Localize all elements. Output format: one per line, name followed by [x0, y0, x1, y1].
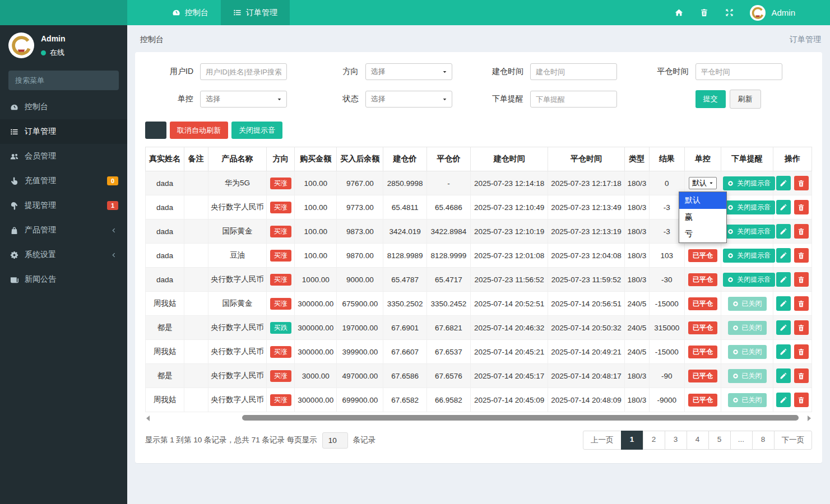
edit-button[interactable] [776, 393, 791, 407]
edit-button[interactable] [776, 272, 791, 287]
scrollbar-thumb[interactable] [242, 415, 799, 421]
navbar-tab[interactable]: 控制台 [160, 0, 221, 25]
edit-button[interactable] [776, 296, 791, 311]
home-button[interactable] [666, 8, 692, 17]
user-avatar[interactable] [750, 5, 766, 21]
filter-grid: 用户ID方向选择建仓时间平仓时间单控选择状态选择下单提醒提交刷新 [145, 62, 812, 110]
dropdown-option[interactable]: 默认 [679, 192, 726, 209]
page-4[interactable]: 4 [687, 431, 709, 450]
delete-button[interactable] [794, 393, 809, 407]
cell-real-name: dada [146, 244, 184, 268]
reminder-button[interactable]: 已关闭 [728, 369, 767, 383]
reminder-button[interactable]: 已关闭 [728, 345, 767, 359]
page-ellipsis[interactable]: ... [730, 431, 753, 450]
reminder-button[interactable]: 已关闭 [728, 297, 767, 311]
cell-reminder: 已关闭 [721, 388, 773, 412]
sidebar-username: Admin [41, 34, 66, 43]
filter-input[interactable] [530, 63, 617, 80]
trash-button[interactable] [692, 8, 717, 17]
refresh-button[interactable] [145, 122, 166, 139]
delete-button[interactable] [794, 344, 809, 359]
table-header-row: 真实姓名备注产品名称方向购买金额买入后余额建仓价平仓价建仓时间平仓时间类型结果单… [146, 147, 812, 171]
record-info-suffix: 条记录 [353, 435, 376, 445]
delete-button[interactable] [794, 224, 809, 239]
dropdown-option[interactable]: 赢 [679, 209, 726, 226]
closed-badge: 已平仓 [688, 273, 717, 286]
filter-refresh-button[interactable]: 刷新 [730, 90, 761, 109]
sidebar-item-控制台[interactable]: 控制台 [0, 95, 127, 119]
edit-button[interactable] [776, 176, 791, 190]
page-5[interactable]: 5 [708, 431, 731, 450]
scroll-right-arrow[interactable] [808, 416, 811, 421]
edit-button[interactable] [776, 368, 791, 383]
reminder-button[interactable]: 关闭提示音 [723, 200, 775, 214]
reminder-button[interactable]: 关闭提示音 [723, 249, 775, 263]
control-select[interactable]: 默认 [689, 177, 717, 189]
reminder-button[interactable]: 已关闭 [728, 393, 767, 407]
table-row: 都是央行数字人民币买跌300000.00197000.0067.690167.6… [146, 316, 812, 340]
delete-button[interactable] [794, 176, 809, 190]
page-3[interactable]: 3 [665, 431, 687, 450]
filter-select[interactable]: 选择 [200, 91, 287, 108]
delete-button[interactable] [794, 272, 809, 287]
edit-button[interactable] [776, 320, 791, 335]
scroll-left-arrow[interactable] [146, 416, 150, 421]
edit-button[interactable] [776, 248, 791, 263]
sidebar-item-会员管理[interactable]: 会员管理 [0, 144, 127, 169]
edit-button[interactable] [776, 224, 791, 239]
cell-type: 180/3 [624, 244, 649, 268]
cancel-auto-refresh-button[interactable]: 取消自动刷新 [170, 122, 228, 139]
chevron-left-icon [108, 252, 118, 258]
delete-button[interactable] [794, 248, 809, 263]
sidebar-item-系统设置[interactable]: 系统设置 [0, 242, 127, 267]
cell-type: 180/3 [624, 220, 649, 244]
filter-input[interactable] [695, 63, 782, 80]
sidebar: Admin 在线 控制台订单管理会员管理充值管理0提现管理1产品管理系统设置新闻… [0, 25, 127, 504]
sidebar-item-label: 会员管理 [25, 151, 56, 161]
sidebar-search-input[interactable] [8, 71, 120, 90]
delete-button[interactable] [794, 296, 809, 311]
trash-icon [797, 396, 805, 404]
reminder-button[interactable]: 关闭提示音 [723, 273, 775, 287]
delete-button[interactable] [794, 320, 809, 335]
dropdown-option[interactable]: 亏 [679, 226, 726, 242]
filter-select[interactable]: 选择 [365, 63, 452, 80]
reminder-button[interactable]: 关闭提示音 [723, 176, 775, 190]
sidebar-item-产品管理[interactable]: 产品管理 [0, 218, 127, 242]
page-size-select[interactable]: 10 [322, 432, 348, 449]
filter-select[interactable]: 选择 [365, 91, 452, 108]
page-8[interactable]: 8 [752, 431, 775, 450]
sidebar-item-新闻公告[interactable]: 新闻公告 [0, 267, 127, 292]
column-header: 方向 [267, 147, 295, 171]
list-icon [9, 128, 19, 136]
page-2[interactable]: 2 [643, 431, 665, 450]
navbar-tab[interactable]: 订单管理 [221, 0, 290, 25]
filter-input[interactable] [530, 91, 617, 108]
expand-button[interactable] [717, 8, 742, 17]
delete-button[interactable] [794, 200, 809, 214]
page-prev[interactable]: 上一页 [583, 431, 622, 450]
edit-button[interactable] [776, 200, 791, 214]
mute-sound-button[interactable]: 关闭提示音 [231, 122, 282, 139]
sidebar-item-订单管理[interactable]: 订单管理 [0, 119, 127, 144]
horizontal-scrollbar[interactable] [145, 414, 812, 422]
sidebar-item-提现管理[interactable]: 提现管理1 [0, 193, 127, 218]
submit-button[interactable]: 提交 [695, 90, 726, 108]
filter-input[interactable] [200, 63, 287, 80]
cell-amount: 300000.00 [295, 388, 337, 412]
hamburger-button[interactable] [127, 0, 147, 25]
pencil-icon [780, 324, 787, 332]
cell-close-time: 2025-07-14 20:48:09 [548, 388, 625, 412]
delete-button[interactable] [794, 368, 809, 383]
closed-badge: 已平仓 [688, 249, 717, 262]
breadcrumb[interactable]: 控制台 [136, 35, 164, 45]
navbar-username[interactable]: Admin [771, 8, 795, 17]
page-1[interactable]: 1 [621, 431, 643, 450]
caret-down-icon [277, 97, 282, 102]
reminder-button[interactable]: 已关闭 [728, 321, 767, 335]
cell-result: -30 [649, 268, 684, 292]
page-next[interactable]: 下一页 [774, 431, 813, 450]
sidebar-item-充值管理[interactable]: 充值管理0 [0, 169, 127, 193]
reminder-button[interactable]: 关闭提示音 [723, 225, 775, 239]
edit-button[interactable] [776, 344, 791, 359]
